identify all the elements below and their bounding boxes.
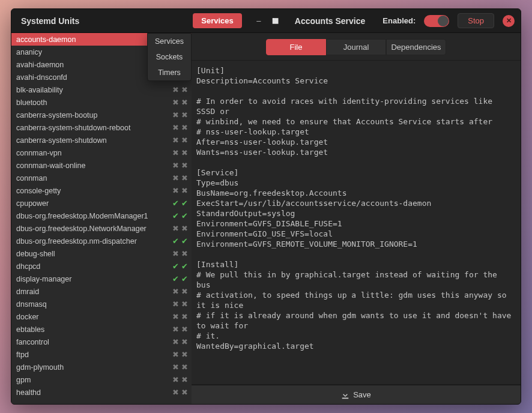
- unit-row[interactable]: debug-shell✖✖: [11, 247, 192, 260]
- check-icon: ✔: [181, 199, 188, 207]
- save-button[interactable]: Save: [192, 385, 521, 404]
- unit-row[interactable]: dbus-org.freedesktop.ModemManager1✔✔: [11, 210, 192, 222]
- minimize-button[interactable]: –: [255, 16, 262, 25]
- unit-row[interactable]: cpupower✔✔: [11, 197, 192, 210]
- check-icon: ✔: [172, 212, 179, 220]
- unit-status-marks: ✖✖: [172, 161, 188, 169]
- unit-status-marks: ✖✖: [172, 149, 188, 157]
- cross-icon: ✖: [172, 351, 179, 358]
- unit-row[interactable]: gdm-plymouth✖✖: [11, 361, 192, 373]
- unit-row[interactable]: connman✖✖: [11, 172, 192, 184]
- unit-row[interactable]: docker✖✖: [11, 310, 192, 323]
- app-window: Systemd Units Services – ⬜ Accounts Serv…: [11, 8, 521, 405]
- unit-row[interactable]: canberra-system-bootup✖✖: [11, 109, 192, 121]
- unit-row[interactable]: console-getty✖✖: [11, 184, 192, 197]
- unit-row[interactable]: blk-availability✖✖: [11, 83, 192, 96]
- maximize-button[interactable]: ⬜: [272, 18, 279, 24]
- tab-dependencies[interactable]: Dependencies: [386, 39, 446, 55]
- unit-status-marks: ✔✔: [172, 199, 188, 207]
- unit-row[interactable]: canberra-system-shutdown-reboot✖✖: [11, 121, 192, 134]
- cross-icon: ✖: [172, 313, 179, 321]
- cross-icon: ✖: [181, 250, 188, 258]
- unit-name: gdm-plymouth: [16, 363, 172, 372]
- unit-row[interactable]: canberra-system-shutdown✖✖: [11, 134, 192, 146]
- check-icon: ✔: [172, 262, 179, 270]
- unit-file-text[interactable]: [Unit] Description=Accounts Service # In…: [192, 61, 521, 385]
- unit-row[interactable]: dnsmasq✖✖: [11, 298, 192, 310]
- cross-icon: ✖: [181, 300, 188, 308]
- cross-icon: ✖: [172, 111, 179, 119]
- enabled-label: Enabled:: [382, 16, 416, 25]
- unit-row[interactable]: dbus-org.freedesktop.nm-dispatcher✔✔: [11, 235, 192, 247]
- cross-icon: ✖: [181, 124, 188, 131]
- unit-name: dbus-org.freedesktop.ModemManager1: [16, 212, 172, 220]
- unit-status-marks: ✖✖: [172, 187, 188, 194]
- check-icon: ✔: [172, 237, 179, 245]
- unit-row[interactable]: ebtables✖✖: [11, 323, 192, 336]
- save-label: Save: [353, 390, 371, 399]
- unit-name: ebtables: [16, 325, 172, 334]
- services-button[interactable]: Services: [193, 13, 242, 28]
- unit-status-marks: ✔✔: [172, 275, 188, 283]
- dropdown-item-services[interactable]: Services: [148, 34, 191, 49]
- close-icon: ✕: [506, 17, 512, 25]
- cross-icon: ✖: [172, 300, 179, 308]
- unit-status-marks: ✖✖: [172, 351, 188, 358]
- unit-name: bluetooth: [16, 98, 172, 107]
- unit-row[interactable]: fancontrol✖✖: [11, 336, 192, 348]
- cross-icon: ✖: [172, 136, 179, 144]
- cross-icon: ✖: [181, 111, 188, 119]
- tab-journal[interactable]: Journal: [326, 39, 386, 55]
- unit-status-marks: ✖✖: [172, 288, 188, 295]
- tabs: File Journal Dependencies: [192, 33, 521, 61]
- cross-icon: ✖: [181, 338, 188, 346]
- unit-name: dnsmasq: [16, 300, 172, 309]
- check-icon: ✔: [172, 199, 179, 207]
- tab-file[interactable]: File: [266, 39, 326, 55]
- content-panel: File Journal Dependencies [Unit] Descrip…: [192, 33, 521, 404]
- unit-name: ftpd: [16, 351, 172, 359]
- unit-row[interactable]: dhcpcd✔✔: [11, 260, 192, 273]
- cross-icon: ✖: [181, 174, 188, 182]
- close-button[interactable]: ✕: [503, 15, 515, 27]
- unit-status-marks: ✖✖: [172, 313, 188, 321]
- unit-title: Accounts Service: [295, 16, 366, 26]
- unit-row[interactable]: bluetooth✖✖: [11, 96, 192, 109]
- unit-status-marks: ✖✖: [172, 250, 188, 258]
- dropdown-item-timers[interactable]: Timers: [148, 65, 191, 80]
- unit-name: canberra-system-shutdown-reboot: [16, 124, 172, 132]
- cross-icon: ✖: [172, 288, 179, 295]
- unit-status-marks: ✖✖: [172, 363, 188, 371]
- window-controls: – ⬜: [255, 16, 279, 25]
- unit-status-marks: ✔✔: [172, 262, 188, 270]
- cross-icon: ✖: [172, 250, 179, 258]
- unit-name: dmraid: [16, 288, 172, 296]
- unit-row[interactable]: dmraid✖✖: [11, 285, 192, 298]
- unit-status-marks: ✖✖: [172, 86, 188, 94]
- unit-row[interactable]: display-manager✔✔: [11, 273, 192, 285]
- services-dropdown: Services Sockets Timers: [147, 33, 192, 81]
- unit-row[interactable]: dbus-org.freedesktop.NetworkManager✖✖: [11, 222, 192, 235]
- unit-name: gpm: [16, 376, 172, 384]
- unit-row[interactable]: connman-vpn✖✖: [11, 146, 192, 159]
- cross-icon: ✖: [172, 98, 179, 106]
- check-icon: ✔: [181, 212, 188, 220]
- unit-row[interactable]: gpm✖✖: [11, 373, 192, 386]
- unit-name: dbus-org.freedesktop.nm-dispatcher: [16, 237, 172, 246]
- unit-row[interactable]: ftpd✖✖: [11, 348, 192, 361]
- unit-list-panel[interactable]: accounts-daemon✔✔ananicy✖✖avahi-daemon✖✖…: [11, 33, 192, 404]
- enabled-toggle[interactable]: [424, 15, 449, 27]
- stop-button[interactable]: Stop: [458, 13, 494, 28]
- dropdown-item-sockets[interactable]: Sockets: [148, 49, 191, 65]
- services-button-label: Services: [201, 16, 234, 25]
- unit-name: canberra-system-bootup: [16, 111, 172, 119]
- unit-status-marks: ✖✖: [172, 338, 188, 346]
- unit-status-marks: ✖✖: [172, 98, 188, 106]
- check-icon: ✔: [181, 237, 188, 245]
- unit-name: healthd: [16, 388, 172, 397]
- cross-icon: ✖: [172, 149, 179, 157]
- titlebar: Systemd Units Services – ⬜ Accounts Serv…: [11, 9, 521, 33]
- cross-icon: ✖: [181, 376, 188, 384]
- unit-row[interactable]: healthd✖✖: [11, 386, 192, 399]
- unit-row[interactable]: connman-wait-online✖✖: [11, 159, 192, 172]
